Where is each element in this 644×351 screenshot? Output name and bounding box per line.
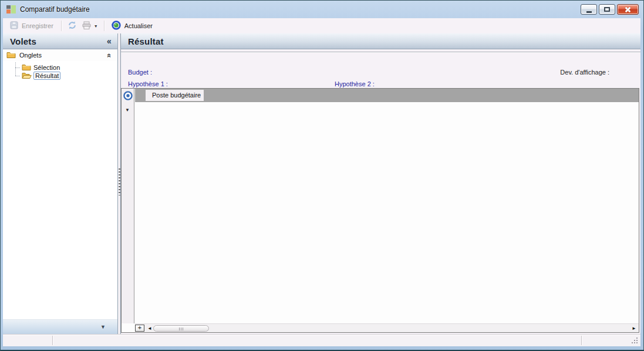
- folder-icon: [6, 51, 16, 60]
- budget-label: Budget :: [128, 69, 152, 76]
- toolbar-separator: [104, 21, 104, 31]
- save-label: Enregistrer: [22, 22, 53, 29]
- closed-folder-icon: [22, 63, 31, 72]
- row-dropdown-icon[interactable]: ▼: [125, 107, 130, 113]
- save-icon: [9, 21, 19, 31]
- sidebar-section-onglets[interactable]: Onglets «: [3, 49, 117, 61]
- app-icon-part: [6, 9, 11, 14]
- sidebar-header: Volets «: [3, 33, 117, 49]
- window-title: Comparatif budgétaire: [20, 5, 90, 14]
- actualize-icon: [111, 20, 122, 32]
- sidebar-item-selection[interactable]: Sélection: [3, 63, 117, 72]
- save-button[interactable]: Enregistrer: [6, 19, 58, 32]
- grid-body[interactable]: [135, 102, 639, 323]
- actualize-button[interactable]: Actualiser: [108, 19, 157, 33]
- close-button[interactable]: [617, 4, 639, 15]
- hypothesis1-label: Hypothèse 1 :: [128, 80, 168, 87]
- close-icon: [624, 6, 632, 13]
- toolbar-separator: [61, 21, 62, 31]
- sidebar-volets: Volets « Onglets «: [3, 33, 118, 334]
- display-currency-label: Dev. d'affichage :: [560, 69, 609, 76]
- minimize-icon: [586, 11, 592, 13]
- app-icon-part: [6, 5, 11, 9]
- section-label: Onglets: [19, 52, 42, 59]
- maximize-icon: [604, 7, 610, 12]
- hypothesis2-label: Hypothèse 2 :: [335, 80, 375, 87]
- app-icon-part: [11, 5, 16, 14]
- column-header-poste-budgetaire[interactable]: Poste budgétaire: [146, 90, 204, 101]
- scroll-right-icon[interactable]: ►: [630, 326, 638, 331]
- resize-grip[interactable]: [632, 338, 633, 339]
- grid-row-gutter: ▼: [122, 89, 134, 323]
- window-controls: [581, 4, 639, 15]
- grid-header-row: Poste budgétaire: [135, 89, 639, 102]
- print-dropdown-caret-icon[interactable]: ▼: [94, 24, 98, 28]
- main-panel-title: Résultat: [128, 36, 164, 46]
- scroll-left-icon[interactable]: ◄: [146, 326, 153, 331]
- sidebar-item-resultat[interactable]: Résultat: [3, 72, 117, 80]
- criteria-summary: Budget : Dev. d'affichage : Hypothèse 1 …: [121, 49, 640, 88]
- result-grid: ▼ Poste budgétaire + ◄ ►: [121, 88, 639, 333]
- app-window: Comparatif budgétaire Enregistrer: [0, 0, 644, 351]
- refresh-arrows-button[interactable]: [65, 19, 79, 32]
- add-column-button[interactable]: +: [135, 325, 144, 332]
- content-area: Volets « Onglets «: [3, 33, 640, 334]
- minimize-button[interactable]: [581, 4, 597, 15]
- sidebar-bottom-bar: ▼: [3, 319, 117, 334]
- statusbar: [3, 334, 640, 346]
- open-folder-icon: [22, 72, 32, 80]
- titlebar: Comparatif budgétaire: [1, 1, 643, 18]
- sidebar-collapse-icon[interactable]: «: [107, 36, 112, 46]
- horizontal-scrollbar: + ◄ ►: [135, 323, 639, 332]
- main-panel-header: Résultat: [121, 33, 640, 49]
- tree-item-label: Sélection: [33, 64, 60, 71]
- statusbar-separator: [581, 336, 582, 345]
- actualize-label: Actualiser: [124, 22, 153, 29]
- statusbar-separator: [52, 336, 53, 345]
- onglets-tree: Sélection Résultat: [3, 61, 117, 319]
- toolbar: Enregistrer ▼: [3, 18, 640, 33]
- print-button[interactable]: ▼: [79, 20, 100, 32]
- row-selector-icon[interactable]: [123, 90, 133, 102]
- refresh-arrows-icon: [68, 21, 77, 31]
- maximize-button[interactable]: [599, 4, 615, 15]
- printer-icon: [82, 21, 92, 31]
- tree-item-label: Résultat: [33, 72, 60, 80]
- scrollbar-thumb[interactable]: [153, 325, 209, 332]
- section-collapse-icon[interactable]: «: [105, 53, 114, 57]
- main-panel-resultat: Résultat Budget : Dev. d'affichage : Hyp…: [121, 33, 640, 334]
- sidebar-scroll-down-icon[interactable]: ▼: [100, 324, 106, 330]
- app-icon: [6, 5, 16, 14]
- sidebar-title: Volets: [10, 36, 36, 46]
